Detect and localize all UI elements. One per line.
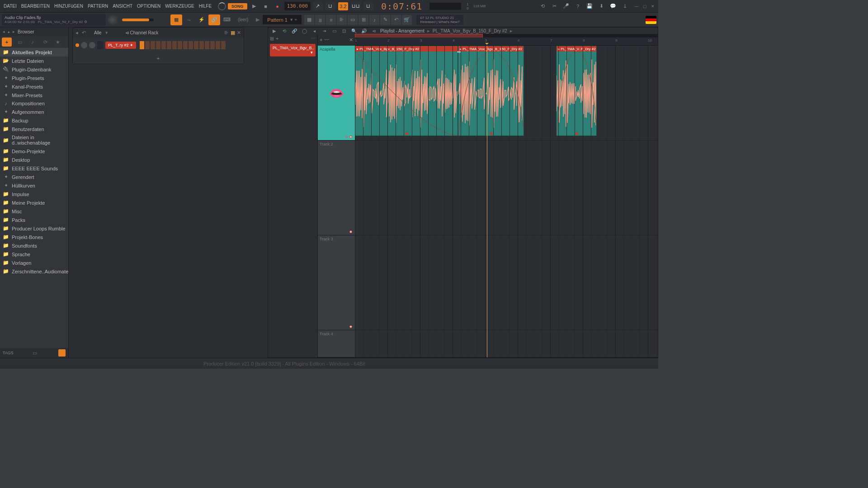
step[interactable] — [156, 41, 160, 49]
maximize-button[interactable]: ▢ — [641, 3, 648, 9]
browser-item[interactable]: ✦Mixer-Presets — [0, 91, 68, 99]
song-mode-button[interactable]: SONG — [228, 3, 247, 9]
tempo-display[interactable]: 130.000 — [284, 2, 311, 10]
piano-shortcut[interactable]: ⫼ — [315, 15, 325, 25]
time-display[interactable]: 0:07:61 — [381, 1, 422, 12]
browser-item[interactable]: 🔌Plugin-Datenbank — [0, 65, 68, 74]
clip-header[interactable]: ▸ PL_TMA_Vox_Bgv_B_150_F_Dry #2 — [355, 46, 458, 52]
browser-fwd-icon[interactable]: ▸ — [13, 29, 15, 34]
pattern-play-icon[interactable]: ▶ — [253, 15, 263, 25]
browser-item[interactable]: 📁Aktuelles Projekt — [0, 48, 68, 56]
download-icon[interactable]: ⤓ — [620, 2, 629, 11]
record-button[interactable]: ● — [273, 1, 283, 11]
time-ruler[interactable]: 12345678910 — [355, 38, 658, 46]
track-header-3[interactable]: Track 3 — [318, 235, 355, 330]
tool1-icon[interactable]: ✎ — [380, 15, 390, 25]
pattern-selector[interactable]: Pattern 1▾ + — [263, 15, 302, 24]
plugin-shortcut[interactable]: ⊞ — [359, 15, 368, 25]
browser-item[interactable]: 📁Vorlagen — [0, 258, 68, 267]
wait-icon[interactable]: ⊔ — [326, 2, 335, 10]
step[interactable] — [140, 41, 144, 49]
track-header-2[interactable]: Track 2 — [318, 141, 355, 235]
step[interactable] — [172, 41, 177, 49]
save-icon[interactable]: 💾 — [585, 2, 594, 11]
browser-item[interactable]: ✦Gerendert — [0, 173, 68, 181]
browser-item[interactable]: 📁Demo-Projekte — [0, 147, 68, 155]
pl-play-icon[interactable]: ▶ — [271, 28, 278, 33]
browser-item[interactable]: ✦Kanal-Presets — [0, 82, 68, 91]
language-flag-icon[interactable] — [646, 16, 656, 24]
cr-back-icon[interactable]: ◂ — [75, 30, 78, 36]
tool2-icon[interactable]: ↶ — [391, 15, 401, 25]
cr-opts-icon[interactable]: ▦ — [231, 30, 235, 36]
track-row-3[interactable] — [355, 235, 658, 330]
metronome-icon[interactable]: ↗ — [313, 2, 323, 10]
browser-item[interactable]: 📁Projekt-Bones — [0, 233, 68, 241]
browser-item[interactable]: ✦Aufgenommen — [0, 108, 68, 116]
menu-werkzeuge[interactable]: WERKZEUGE — [163, 3, 196, 9]
step[interactable] — [216, 41, 220, 49]
close-button[interactable]: ✕ — [649, 3, 656, 9]
track-row-4[interactable] — [355, 330, 658, 357]
browser-item[interactable]: ✦Hüllkurven — [0, 181, 68, 190]
track-close-icon[interactable]: ✕ — [349, 37, 353, 43]
pl-t2-icon[interactable]: ◂ — [311, 28, 318, 33]
menu-ansicht[interactable]: ANSICHT — [111, 3, 134, 9]
type-icon[interactable]: ⌨ — [221, 14, 233, 25]
master-volume-knob[interactable] — [108, 15, 118, 25]
browser-item[interactable]: 📁Dateien in d..wischenablage — [0, 133, 68, 147]
countdown-icon[interactable]: 3.2 — [338, 2, 348, 10]
rec-dot[interactable] — [349, 230, 352, 233]
cr-close-icon[interactable]: ✕ — [237, 30, 241, 36]
playlist-crumb[interactable]: PL_TMA_Vox_Bgv_B_150_F_Dry #2 — [433, 28, 507, 33]
channel-row[interactable]: PL_T..ry #2 ✦ — [73, 38, 244, 53]
track-add-icon[interactable]: + — [320, 37, 322, 42]
step-icon[interactable]: 🔗 — [208, 14, 220, 25]
chat-icon[interactable]: 💬 — [609, 2, 618, 11]
channel-route[interactable] — [97, 41, 104, 49]
step[interactable] — [205, 41, 209, 49]
playlist-grid[interactable]: 12345678910 ▸ PL_TMA_Vox_Bgv_B_150_F_Dry… — [355, 34, 658, 357]
step[interactable] — [167, 41, 171, 49]
step[interactable] — [161, 41, 166, 49]
pl-t5-icon[interactable]: ⊡ — [340, 28, 348, 33]
tags-search-icon[interactable] — [58, 349, 66, 357]
picker-view-icon[interactable]: ⊞ — [270, 36, 274, 42]
menu-datei[interactable]: DATEI — [2, 3, 19, 9]
step[interactable] — [178, 41, 182, 49]
cr-filter[interactable]: Alle — [94, 30, 102, 35]
snap-icon[interactable]: ▦ — [170, 14, 182, 25]
tags-expand-icon[interactable]: ▭ — [33, 350, 37, 356]
loop-rec-icon[interactable]: ⊔ — [363, 2, 373, 10]
rec-dot[interactable] — [349, 136, 352, 138]
track-row-1[interactable]: ▸ PL_TMA_Vox_Bgv_B_150_F_Dry #2▸ PL_TMA_… — [355, 46, 658, 141]
minimize-button[interactable]: — — [633, 3, 640, 9]
picker-add-icon[interactable]: + — [276, 36, 278, 41]
browser-item[interactable]: 📁Soundfonts — [0, 241, 68, 250]
pl-menu-icon[interactable]: ⊲ — [370, 28, 377, 33]
mute-dot[interactable] — [345, 136, 348, 138]
browser-up-icon[interactable]: ▴ — [8, 29, 10, 34]
render-icon[interactable]: ⬇ — [597, 2, 606, 11]
play-button[interactable]: ▶ — [249, 1, 259, 11]
menu-hilfe[interactable]: HILFE — [197, 3, 213, 9]
browser-add-button[interactable]: + — [2, 38, 12, 47]
menu-pattern[interactable]: PATTERN — [86, 3, 110, 9]
browser-shortcut[interactable]: ▭ — [348, 15, 358, 25]
audio-clip[interactable]: ▸ PL_TMA_Vox_Bgv_B_150_F_Dry #2 — [355, 46, 458, 136]
playlist-shortcut[interactable]: ▦ — [304, 15, 314, 25]
browser-item[interactable]: 📁Misc — [0, 207, 68, 216]
step[interactable] — [151, 41, 155, 49]
step-sequencer[interactable] — [140, 41, 226, 49]
pl-speaker-icon[interactable]: 🔊 — [360, 28, 368, 33]
browser-item[interactable]: 📁Meine Projekte — [0, 198, 68, 207]
browser-audio-icon[interactable]: ♪ — [28, 39, 37, 45]
menu-bearbeiten[interactable]: BEARBEITEN — [19, 3, 52, 9]
rec-dot[interactable] — [349, 325, 352, 328]
menu-hinzufuegen[interactable]: HINZUFüGEN — [52, 3, 85, 9]
pl-zoom-icon[interactable]: 🔍 — [350, 28, 358, 33]
pl-link-icon[interactable]: 🔗 — [291, 28, 298, 33]
link-icon[interactable]: → — [183, 14, 195, 25]
news-panel[interactable]: 07 12 FL STUDIO 21 Released | What's New… — [416, 15, 463, 25]
pl-t1-icon[interactable]: ◯ — [301, 28, 308, 33]
